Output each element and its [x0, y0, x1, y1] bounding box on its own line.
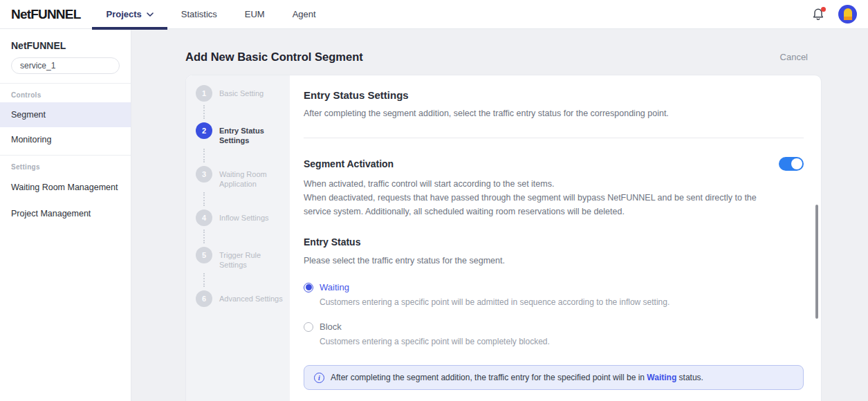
page-title: Add New Basic Control Segment: [185, 50, 363, 64]
top-nav-bar: NetFUNNEL Projects Statistics EUM Agent: [0, 0, 868, 29]
step-connector: [203, 149, 283, 162]
sidebar-item-monitoring[interactable]: Monitoring: [0, 127, 131, 152]
activation-description-line1: When activated, traffic control will sta…: [304, 177, 774, 191]
step-basic-setting[interactable]: 1 Basic Setting: [196, 85, 283, 102]
nav-item-label: EUM: [245, 9, 265, 19]
step-waiting-room-application[interactable]: 3 Waiting Room Application: [196, 166, 283, 189]
sidebar-item-label: Monitoring: [11, 135, 51, 144]
waiting-option-description: Customers entering a specific point will…: [320, 297, 804, 307]
nav-menu: Projects Statistics EUM Agent: [92, 0, 329, 29]
entry-status-option-block: Block Customers entering a specific poin…: [304, 321, 804, 346]
waiting-radio-button[interactable]: [304, 283, 313, 292]
service-selector-value: service_1: [20, 61, 55, 71]
nav-item-statistics[interactable]: Statistics: [167, 0, 231, 29]
wizard-stepper: 1 Basic Setting 2 Entry Status Settings …: [186, 75, 290, 401]
nav-item-eum[interactable]: EUM: [231, 0, 279, 29]
activation-description-line2: When deactivated, requests that have pas…: [304, 191, 774, 218]
section-title: Entry Status Settings: [304, 89, 804, 101]
netfunnel-logo: NetFUNNEL: [11, 7, 80, 22]
cancel-button[interactable]: Cancel: [780, 52, 808, 62]
step-number: 1: [196, 85, 212, 102]
step-number: 3: [196, 166, 212, 183]
step-number: 2: [196, 122, 212, 139]
info-banner-highlight: Waiting: [647, 373, 676, 382]
section-description: After completing the segment addition, s…: [304, 107, 804, 120]
entry-status-option-waiting: Waiting Customers entering a specific po…: [304, 282, 804, 307]
toggle-knob: [791, 158, 802, 169]
info-banner-text: After completing the segment addition, t…: [331, 373, 703, 382]
sidebar-section-settings: Settings: [0, 156, 131, 174]
nav-item-label: Statistics: [181, 9, 217, 19]
step-label: Entry Status Settings: [219, 122, 283, 145]
sidebar-item-label: Segment: [11, 110, 46, 120]
step-connector: [203, 105, 283, 119]
user-avatar[interactable]: [838, 5, 857, 24]
step-label: Trigger Rule Settings: [219, 247, 283, 270]
step-connector: [203, 230, 283, 243]
segment-activation-title: Segment Activation: [304, 158, 394, 169]
block-option-description: Customers entering a specific point will…: [320, 337, 804, 346]
nav-right-actions: [812, 5, 857, 24]
sidebar-item-segment[interactable]: Segment: [0, 102, 131, 127]
notification-bell-icon[interactable]: [812, 8, 826, 21]
step-number: 6: [196, 290, 212, 307]
sidebar-project-title: NetFUNNEL: [11, 40, 120, 51]
main-area: Add New Basic Control Segment Cancel 1 B…: [131, 29, 868, 401]
sidebar-section-controls: Controls: [0, 84, 131, 102]
sidebar-item-label: Waiting Room Management: [11, 183, 118, 192]
service-selector[interactable]: service_1: [11, 57, 120, 74]
nav-item-label: Projects: [106, 9, 141, 19]
entry-status-title: Entry Status: [304, 236, 804, 248]
nav-item-label: Agent: [293, 9, 316, 19]
notification-badge: [821, 7, 826, 12]
step-connector: [203, 273, 283, 287]
segment-activation-toggle[interactable]: [779, 157, 804, 171]
wizard-card: 1 Basic Setting 2 Entry Status Settings …: [185, 75, 822, 401]
sidebar: NetFUNNEL service_1 Controls Segment Mon…: [0, 29, 131, 401]
entry-status-description: Please select the traffic entry status f…: [304, 254, 804, 268]
avatar-funnel-icon: [844, 8, 852, 17]
waiting-radio-label: Waiting: [320, 282, 349, 292]
nav-item-agent[interactable]: Agent: [279, 0, 330, 29]
block-radio-row[interactable]: Block: [304, 321, 804, 332]
step-label: Waiting Room Application: [219, 166, 283, 189]
step-advanced-settings[interactable]: 6 Advanced Settings: [196, 290, 283, 307]
step-entry-status-settings[interactable]: 2 Entry Status Settings: [196, 122, 283, 145]
chevron-down-icon: [147, 12, 154, 17]
step-label: Inflow Settings: [219, 209, 283, 223]
scrollbar-thumb[interactable]: [815, 205, 818, 319]
info-icon: i: [314, 373, 324, 383]
step-inflow-settings[interactable]: 4 Inflow Settings: [196, 209, 283, 226]
block-radio-button[interactable]: [304, 322, 313, 332]
divider: [304, 138, 804, 138]
step-label: Basic Setting: [219, 85, 283, 98]
step-label: Advanced Settings: [219, 290, 283, 304]
waiting-radio-row[interactable]: Waiting: [304, 282, 804, 292]
sidebar-item-project-management[interactable]: Project Management: [0, 200, 131, 227]
step-number: 4: [196, 209, 212, 226]
nav-item-projects[interactable]: Projects: [92, 0, 167, 29]
wizard-content: Entry Status Settings After completing t…: [290, 75, 821, 401]
step-connector: [203, 192, 283, 206]
sidebar-item-label: Project Management: [11, 209, 91, 218]
block-radio-label: Block: [320, 321, 342, 332]
step-number: 5: [196, 247, 212, 263]
step-trigger-rule-settings[interactable]: 5 Trigger Rule Settings: [196, 247, 283, 270]
sidebar-item-waiting-room-management[interactable]: Waiting Room Management: [0, 174, 131, 200]
info-banner: i After completing the segment addition,…: [304, 365, 804, 390]
